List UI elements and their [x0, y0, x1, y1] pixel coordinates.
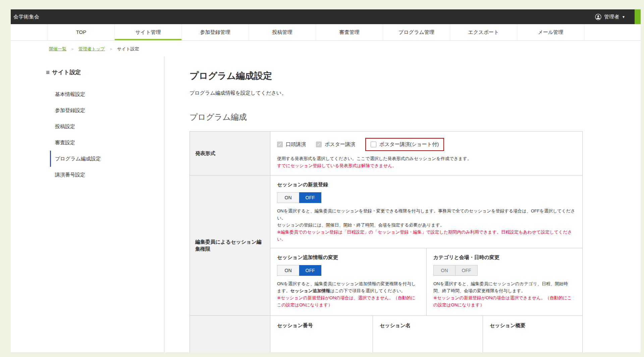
additional-info-block: セッション追加情報の変更 ON OFF ONを選択すると、編集委員にセッション追… [270, 248, 426, 315]
checkbox-oral-presentation[interactable]: ✓ 口頭講演 [277, 141, 306, 148]
toggle-off-button[interactable]: OFF [299, 265, 321, 276]
new-session-warning: ※編集委員でのセッション登録は「日程設定」の「セッション登録・編集」で設定した期… [277, 228, 576, 243]
toggle-on-button[interactable]: ON [277, 265, 299, 276]
new-session-desc-1: ONを選択すると、編集委員にセッションを登録・変更できる権限を付与します。事務局… [277, 207, 576, 221]
sidebar-title: ≡ サイト設定 [46, 68, 164, 76]
toggle-off-button[interactable]: OFF [299, 192, 321, 203]
tab-program-management[interactable]: プログラム管理 [383, 24, 450, 40]
column-header-session-number: セッション番号 [270, 316, 373, 352]
presentation-warning: すでにセッション登録している発表形式は解除できません。 [277, 162, 576, 169]
additional-info-desc-post: はこの下で項目を選択してください。 [330, 288, 405, 293]
tab-registration-management[interactable]: 参加登録管理 [182, 24, 249, 40]
highlight-box: ポスター講演(ショート付) [365, 138, 444, 151]
brand-title: 会学術集会 [13, 14, 40, 20]
checkbox-group: ✓ 口頭講演 ✓ ポスター講演 [277, 137, 576, 152]
new-session-toggle: ON OFF [277, 192, 576, 203]
user-label: 管理者 [604, 14, 619, 20]
row-label: 発表形式 [190, 132, 270, 175]
presentation-description: 使用する発表形式を選択してください。ここで選択した発表形式のみセッションを作成で… [277, 155, 576, 162]
header-action-button[interactable] [635, 9, 641, 24]
row-label: 編集委員によるセッション編集権限 [190, 175, 270, 315]
column-header-session-summary: セッション概要 [483, 316, 582, 352]
new-session-title: セッションの新規登録 [277, 182, 576, 188]
category-venue-title: カテゴリと会場・日時の変更 [433, 254, 576, 261]
tab-review-management[interactable]: 審査管理 [316, 24, 383, 40]
program-settings-table: 発表形式 ✓ 口頭講演 ✓ ポスター [190, 131, 583, 352]
row-content: ✓ 口頭講演 ✓ ポスター講演 [270, 132, 582, 175]
tab-submission-management[interactable]: 投稿管理 [249, 24, 316, 40]
category-venue-warning: ※セッションの新規登録がONの場合は選択できません。（自動的にこの設定はONにな… [433, 294, 576, 308]
sidebar-item-basic-settings[interactable]: 基本情報設定 [50, 86, 164, 102]
new-session-desc-2: セッションの登録には、開催日、開始・終了時間、会場を指定する必要があります。 [277, 221, 576, 228]
additional-info-description: ONを選択すると、編集委員にセッション追加情報の変更権限を付与します。セッション… [277, 280, 420, 294]
row-content: セッション番号 セッション名 セッション概要 [270, 316, 582, 352]
table-row-presentation-format: 発表形式 ✓ 口頭講演 ✓ ポスター [190, 132, 582, 175]
top-bar: 会学術集会 管理者 ▼ [11, 9, 641, 24]
user-avatar-icon [595, 14, 601, 20]
tab-export[interactable]: エクスポート [450, 24, 517, 40]
sidebar-item-lecture-number-settings[interactable]: 講演番号設定 [50, 167, 164, 183]
checkbox-label: 口頭講演 [286, 141, 306, 148]
category-venue-toggle: ON OFF [433, 265, 576, 276]
tab-site-management[interactable]: サイト管理 [115, 24, 182, 40]
sidebar-item-program-settings[interactable]: プログラム編成設定 [50, 151, 164, 167]
category-venue-block: カテゴリと会場・日時の変更 ON OFF ONを選択すると、編集委員にセッション… [426, 248, 582, 315]
sidebar-item-review-settings[interactable]: 審査設定 [50, 135, 164, 151]
sidebar-title-label: サイト設定 [52, 68, 81, 76]
table-row-session-columns: セッション番号 セッション名 セッション概要 [190, 315, 582, 352]
page-subtitle: プログラム編成情報を設定してください。 [190, 90, 641, 96]
page-body: TOP サイト管理 参加登録管理 投稿管理 審査管理 プログラム管理 エクスポー… [11, 24, 641, 352]
sidebar: ≡ サイト設定 基本情報設定 参加登録設定 投稿設定 審査設定 プログラム編成設… [11, 56, 164, 352]
column-header-session-name: セッション名 [373, 316, 483, 352]
additional-info-toggle: ON OFF [277, 265, 420, 276]
chevron-down-icon: ▼ [622, 15, 625, 19]
checkbox-poster-short-presentation[interactable]: ポスター講演(ショート付) [371, 141, 439, 148]
checkbox-unchecked-icon[interactable] [371, 142, 376, 147]
main-panel: プログラム編成設定 プログラム編成情報を設定してください。 プログラム編成 発表… [164, 56, 641, 352]
category-venue-description: ONを選択すると、編集委員にセッションのカテゴリ、日程、開始時間、終了時間、会場… [433, 280, 576, 294]
content-area: ≡ サイト設定 基本情報設定 参加登録設定 投稿設定 審査設定 プログラム編成設… [11, 56, 641, 352]
row-label-empty [190, 316, 270, 352]
toggle-on-button[interactable]: ON [433, 265, 455, 276]
toggle-on-button[interactable]: ON [277, 192, 299, 203]
row-content: セッションの新規登録 ON OFF ONを選択すると、編集委員にセッションを登録… [270, 175, 582, 315]
breadcrumb-link-events[interactable]: 開催一覧 [49, 46, 66, 52]
checkbox-label: ポスター講演(ショート付) [379, 141, 439, 148]
table-row-session-permission: 編集委員によるセッション編集権限 セッションの新規登録 ON OFF ONを選択… [190, 175, 582, 315]
permission-subcolumns: セッション追加情報の変更 ON OFF ONを選択すると、編集委員にセッション追… [270, 248, 582, 315]
sidebar-item-submission-settings[interactable]: 投稿設定 [50, 118, 164, 135]
new-session-block: セッションの新規登録 ON OFF ONを選択すると、編集委員にセッションを登録… [270, 175, 582, 248]
menu-icon: ≡ [46, 69, 50, 76]
tab-mail-management[interactable]: メール管理 [517, 24, 584, 40]
additional-info-title: セッション追加情報の変更 [277, 254, 420, 261]
breadcrumb-separator-icon: ＞ [109, 46, 113, 52]
toggle-off-button[interactable]: OFF [455, 265, 478, 276]
checkbox-checked-icon[interactable]: ✓ [277, 142, 283, 147]
user-menu[interactable]: 管理者 ▼ [595, 14, 625, 20]
section-title: プログラム編成 [190, 112, 641, 122]
page-frame: 会学術集会 管理者 ▼ TOP サイト管理 参加登録管理 投稿管理 審査管理 プ… [0, 0, 644, 352]
sidebar-item-registration-settings[interactable]: 参加登録設定 [50, 102, 164, 118]
breadcrumb-separator-icon: ＞ [70, 46, 74, 52]
main-nav: TOP サイト管理 参加登録管理 投稿管理 審査管理 プログラム管理 エクスポー… [11, 24, 641, 41]
breadcrumb: 開催一覧 ＞ 管理者トップ ＞ サイト設定 [11, 41, 641, 56]
page-title: プログラム編成設定 [190, 70, 641, 82]
breadcrumb-link-admin-top[interactable]: 管理者トップ [78, 46, 105, 52]
checkbox-checked-icon[interactable]: ✓ [316, 142, 322, 147]
additional-info-warning: ※セッションの新規登録がONの場合は、選択できません。（自動的にこの設定はONに… [277, 294, 420, 308]
checkbox-label: ポスター講演 [325, 141, 355, 148]
tab-top[interactable]: TOP [48, 24, 115, 40]
checkbox-poster-presentation[interactable]: ✓ ポスター講演 [316, 141, 355, 148]
breadcrumb-current: サイト設定 [117, 46, 139, 52]
additional-info-desc-bold: セッション追加情報 [290, 288, 330, 293]
